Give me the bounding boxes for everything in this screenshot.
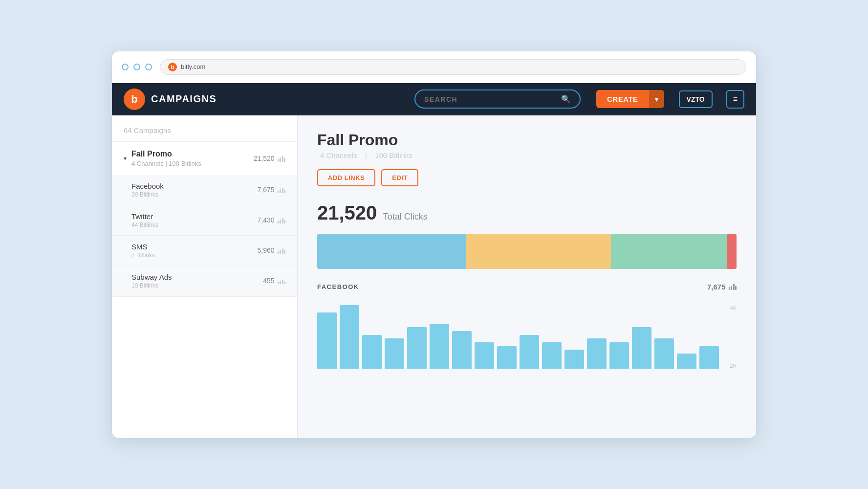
channel-meta: 44 Bitlinks <box>131 222 257 228</box>
browser-dot-1[interactable] <box>122 64 129 70</box>
campaign-stats: 21,520 <box>254 155 285 162</box>
channel-name: Facebook <box>131 182 257 190</box>
bar-chart-bar <box>407 327 427 368</box>
campaign-info: Fall Promo 4 Channels | 100 Bitlinks <box>131 150 254 167</box>
channel-info: Twitter 44 Bitlinks <box>131 212 257 228</box>
browser-dot-3[interactable] <box>145 64 152 70</box>
bar-chart-bar <box>699 346 719 369</box>
edit-button[interactable]: EDIT <box>381 169 418 186</box>
channel-name: Twitter <box>131 212 257 221</box>
page-title: Fall Promo <box>317 131 737 149</box>
channel-clicks: 5,960 <box>257 246 285 254</box>
total-clicks-label: Total Clicks <box>383 212 428 222</box>
campaign-item[interactable]: ▾ Fall Promo 4 Channels | 100 Bitlinks 2… <box>112 142 297 297</box>
bar-chart-bar <box>564 350 584 368</box>
add-links-button[interactable]: ADD LINKS <box>317 169 375 186</box>
browser-chrome: b bitly.com <box>112 51 756 83</box>
url-bar[interactable]: b bitly.com <box>160 59 746 75</box>
brand-icon: b <box>124 89 145 110</box>
subtitle-separator: | <box>365 151 367 159</box>
channel-bar-icon <box>278 247 286 254</box>
chevron-icon: ▾ <box>124 155 127 162</box>
campaign-count: 64 Campaigns <box>112 115 297 142</box>
channel-list: Facebook 39 Bitlinks 7,675 <box>112 175 297 296</box>
bar-chart-bar <box>430 324 449 369</box>
bar-chart-bar <box>542 342 562 369</box>
main-panel: Fall Promo 4 Channels | 100 Bitlinks ADD… <box>298 115 756 438</box>
bar-chart-container: 4K 2K <box>317 305 737 369</box>
channel-item-twitter[interactable]: Twitter 44 Bitlinks 7,430 <box>112 205 297 236</box>
site-favicon: b <box>168 63 177 71</box>
y-label-4k: 4K <box>730 305 737 311</box>
channel-name: SMS <box>131 243 257 251</box>
channel-bar-icon <box>278 277 286 284</box>
bar-chart-bar <box>340 305 359 369</box>
user-button[interactable]: VZTO <box>679 90 713 108</box>
channel-meta: 39 Bitlinks <box>131 191 257 198</box>
channel-detail-bar-icon <box>729 283 737 290</box>
subtitle-channels: 4 Channels <box>320 151 357 159</box>
total-clicks-value: 21,520 <box>317 202 377 223</box>
bar-chart-bar <box>654 338 674 368</box>
bar-chart-bar <box>497 346 517 369</box>
bar-chart-bar <box>452 331 472 368</box>
channel-name: Subway Ads <box>131 273 263 281</box>
app-title: CAMPAIGNS <box>151 93 217 105</box>
channel-info: Facebook 39 Bitlinks <box>131 182 257 198</box>
bar-chart-bar <box>475 342 494 369</box>
stacked-bar-segment <box>466 234 611 269</box>
bar-chart-bar <box>362 335 382 369</box>
channel-item-sms[interactable]: SMS 7 Bitlinks 5,960 <box>112 236 297 266</box>
app-body: 64 Campaigns ▾ Fall Promo 4 Channels | 1… <box>112 115 756 438</box>
action-buttons: ADD LINKS EDIT <box>317 169 737 186</box>
bar-chart-bar <box>317 312 337 369</box>
campaign-name: Fall Promo <box>131 150 254 158</box>
channel-detail-count: 7,675 <box>707 283 737 291</box>
create-dropdown-button[interactable]: ▾ <box>649 90 664 108</box>
channel-meta: 10 Bitlinks <box>131 282 263 289</box>
channel-detail-header: FACEBOOK 7,675 <box>317 283 737 291</box>
channel-info: SMS 7 Bitlinks <box>131 243 257 259</box>
search-input[interactable] <box>424 95 556 103</box>
browser-dots <box>122 64 152 70</box>
channel-meta: 7 Bitlinks <box>131 252 257 259</box>
campaign-clicks: 21,520 <box>254 155 275 162</box>
bar-chart-bar <box>677 354 696 369</box>
channel-item-facebook[interactable]: Facebook 39 Bitlinks 7,675 <box>112 175 297 205</box>
channel-clicks: 7,675 <box>257 186 285 194</box>
search-bar[interactable]: 🔍 <box>414 89 581 109</box>
brand-logo: b CAMPAIGNS <box>124 89 217 110</box>
menu-button[interactable]: ≡ <box>726 90 744 109</box>
channel-clicks: 7,430 <box>257 216 285 224</box>
page-subtitle: 4 Channels | 100 Bitlinks <box>317 151 737 159</box>
y-axis: 4K 2K <box>730 305 737 369</box>
channel-detail-title: FACEBOOK <box>317 283 359 290</box>
stacked-bar-segment <box>317 234 466 269</box>
app-header: b CAMPAIGNS 🔍 CREATE ▾ VZTO ≡ <box>112 83 756 115</box>
create-button-group[interactable]: CREATE ▾ <box>596 90 664 108</box>
clicks-bar-icon <box>278 155 286 162</box>
stacked-bar-segment <box>727 234 737 269</box>
browser-dot-2[interactable] <box>133 64 140 70</box>
stacked-bar-chart <box>317 234 737 269</box>
bar-chart-bar <box>587 338 607 368</box>
sidebar: 64 Campaigns ▾ Fall Promo 4 Channels | 1… <box>112 115 298 438</box>
facebook-bar-chart <box>317 305 737 369</box>
stacked-bar-segment <box>611 234 727 269</box>
bar-chart-bar <box>520 335 539 369</box>
search-icon: 🔍 <box>561 94 571 104</box>
channel-item-subway-ads[interactable]: Subway Ads 10 Bitlinks 455 <box>112 266 297 296</box>
bar-chart-bar <box>385 338 404 368</box>
channel-bar-icon <box>278 186 286 193</box>
campaign-meta: 4 Channels | 100 Bitlinks <box>131 160 254 167</box>
bar-chart-bar <box>609 342 629 369</box>
subtitle-bitlinks: 100 Bitlinks <box>375 151 412 159</box>
y-label-2k: 2K <box>730 363 737 369</box>
browser-window: b bitly.com b CAMPAIGNS 🔍 CREATE ▾ VZTO … <box>111 51 757 439</box>
campaign-main-row[interactable]: ▾ Fall Promo 4 Channels | 100 Bitlinks 2… <box>112 142 297 175</box>
channel-clicks: 455 <box>263 277 285 285</box>
channel-bar-icon <box>278 217 286 223</box>
bar-chart-bar <box>632 327 651 368</box>
channel-info: Subway Ads 10 Bitlinks <box>131 273 263 289</box>
create-button[interactable]: CREATE <box>596 90 649 108</box>
